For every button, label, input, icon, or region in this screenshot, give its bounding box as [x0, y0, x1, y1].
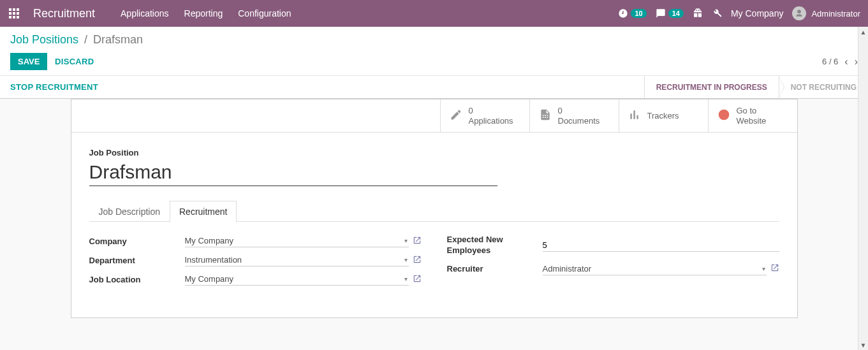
pencil-icon — [450, 108, 462, 123]
tab-recruitment[interactable]: Recruitment — [170, 201, 237, 222]
user-menu[interactable]: Administrator — [792, 6, 860, 20]
stat-applications-count: 0 — [469, 106, 513, 116]
svg-rect-8 — [17, 16, 19, 18]
external-link-icon[interactable] — [413, 236, 422, 247]
scroll-down-icon[interactable]: ▼ — [858, 340, 868, 344]
caret-down-icon: ▾ — [404, 275, 408, 282]
breadcrumb-root[interactable]: Job Positions — [10, 33, 78, 46]
recruiter-field[interactable]: Administrator▾ — [543, 263, 767, 275]
stat-website-label2: Website — [737, 116, 767, 126]
gift-icon[interactable] — [693, 8, 703, 20]
caret-down-icon: ▾ — [762, 265, 765, 272]
clock-icon — [618, 8, 628, 18]
external-link-icon[interactable] — [413, 255, 422, 266]
pager: 6 / 6 ‹ › — [822, 56, 858, 68]
job-position-input[interactable] — [89, 160, 497, 186]
form-sheet: 0Applications 0Documents Trackers Go toW… — [71, 99, 798, 318]
globe-icon — [717, 108, 730, 123]
main-menu: Applications Reporting Configuration — [121, 8, 291, 18]
department-field[interactable]: Instrumentation▾ — [185, 254, 409, 266]
stat-applications-button[interactable]: 0Applications — [440, 99, 529, 132]
stat-documents-count: 0 — [558, 106, 600, 116]
wrench-icon[interactable] — [712, 8, 722, 20]
pager-prev[interactable]: ‹ — [844, 56, 848, 68]
activity-indicator[interactable]: 10 — [618, 8, 646, 18]
svg-rect-2 — [17, 8, 19, 11]
tab-job-description[interactable]: Job Description — [89, 201, 170, 222]
document-icon — [539, 108, 552, 123]
menu-configuration[interactable]: Configuration — [238, 8, 291, 18]
messaging-indicator[interactable]: 14 — [656, 8, 684, 18]
pager-text: 6 / 6 — [822, 57, 838, 66]
caret-down-icon: ▾ — [404, 237, 408, 244]
external-link-icon[interactable] — [413, 274, 422, 285]
recruiter-label: Recruiter — [447, 264, 543, 273]
svg-rect-3 — [9, 12, 11, 15]
svg-point-9 — [718, 110, 729, 120]
stop-recruitment-button[interactable]: STOP RECRUITMENT — [0, 76, 108, 98]
menu-reporting[interactable]: Reporting — [184, 8, 223, 18]
job-position-label: Job Position — [89, 148, 779, 157]
user-name: Administrator — [811, 9, 860, 18]
app-brand[interactable]: Recruitment — [33, 7, 95, 20]
activity-count: 10 — [631, 9, 646, 18]
company-label: Company — [89, 237, 185, 246]
save-button[interactable]: SAVE — [10, 53, 47, 70]
top-nav: Recruitment Applications Reporting Confi… — [0, 0, 868, 27]
avatar-icon — [792, 6, 806, 20]
external-link-icon[interactable] — [770, 263, 779, 274]
stat-website-label1: Go to — [737, 106, 767, 116]
stat-website-button[interactable]: Go toWebsite — [708, 99, 797, 132]
caret-down-icon: ▾ — [404, 256, 408, 263]
control-panel: Job Positions / Drafsman SAVE DISCARD 6 … — [0, 27, 868, 76]
bar-chart-icon — [628, 108, 641, 123]
department-label: Department — [89, 256, 185, 265]
expected-new-employees-label: Expected New Employees — [447, 235, 543, 256]
chat-icon — [656, 8, 666, 18]
svg-rect-0 — [9, 8, 11, 11]
button-box: 0Applications 0Documents Trackers Go toW… — [71, 99, 797, 133]
svg-rect-5 — [17, 12, 19, 15]
menu-applications[interactable]: Applications — [121, 8, 169, 18]
stat-trackers-label: Trackers — [647, 111, 679, 121]
status-recruitment-in-progress[interactable]: RECRUITMENT IN PROGRESS — [644, 76, 779, 98]
expected-new-employees-input[interactable] — [543, 239, 779, 252]
svg-rect-7 — [13, 16, 15, 18]
message-count: 14 — [668, 9, 684, 18]
company-switcher[interactable]: My Company — [731, 8, 783, 18]
company-field[interactable]: My Company▾ — [185, 235, 409, 247]
breadcrumb: Job Positions / Drafsman — [10, 33, 858, 47]
scroll-up-icon[interactable]: ▲ — [858, 27, 868, 37]
status-not-recruiting[interactable]: NOT RECRUITING — [779, 76, 868, 98]
svg-rect-1 — [13, 8, 15, 11]
discard-button[interactable]: DISCARD — [55, 57, 94, 66]
svg-rect-4 — [13, 12, 15, 15]
tabs: Job Description Recruitment — [89, 200, 779, 222]
scrollbar[interactable]: ▲ ▼ — [858, 27, 868, 344]
status-bar: STOP RECRUITMENT RECRUITMENT IN PROGRESS… — [0, 76, 868, 99]
job-location-label: Job Location — [89, 275, 185, 284]
svg-rect-6 — [9, 16, 11, 18]
breadcrumb-current: Drafsman — [93, 33, 143, 46]
job-location-field[interactable]: My Company▾ — [185, 273, 409, 286]
stat-applications-label: Applications — [469, 116, 513, 126]
breadcrumb-separator: / — [84, 33, 87, 46]
stat-trackers-button[interactable]: Trackers — [619, 99, 708, 132]
stat-documents-label: Documents — [558, 116, 600, 126]
apps-icon[interactable] — [8, 7, 20, 20]
stat-documents-button[interactable]: 0Documents — [529, 99, 619, 132]
